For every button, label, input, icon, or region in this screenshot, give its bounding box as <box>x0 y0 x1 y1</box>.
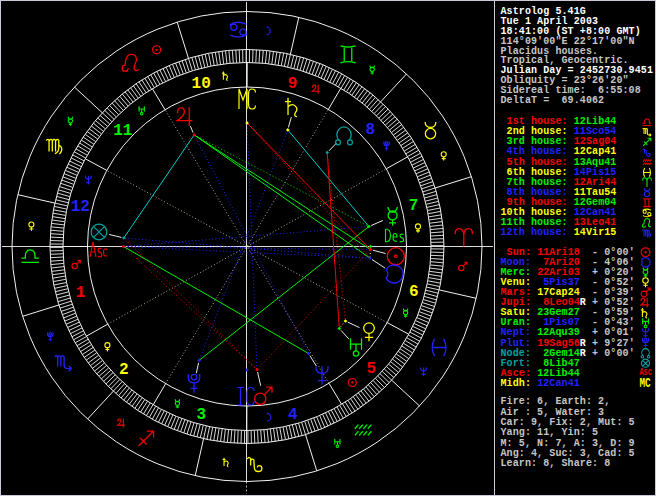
svg-text:3: 3 <box>197 406 207 424</box>
svg-text:12: 12 <box>71 198 90 216</box>
svg-text:MC: MC <box>640 377 651 391</box>
svg-text:7: 7 <box>409 197 419 215</box>
svg-text:5: 5 <box>366 360 376 378</box>
svg-text:10: 10 <box>192 75 211 93</box>
svg-text:11: 11 <box>113 122 132 140</box>
svg-text:2: 2 <box>119 361 129 379</box>
svg-text:1: 1 <box>76 284 86 302</box>
svg-text:4: 4 <box>288 406 298 424</box>
svg-text:6: 6 <box>409 283 419 301</box>
svg-text:8: 8 <box>365 121 375 139</box>
svg-text:9: 9 <box>288 75 298 93</box>
